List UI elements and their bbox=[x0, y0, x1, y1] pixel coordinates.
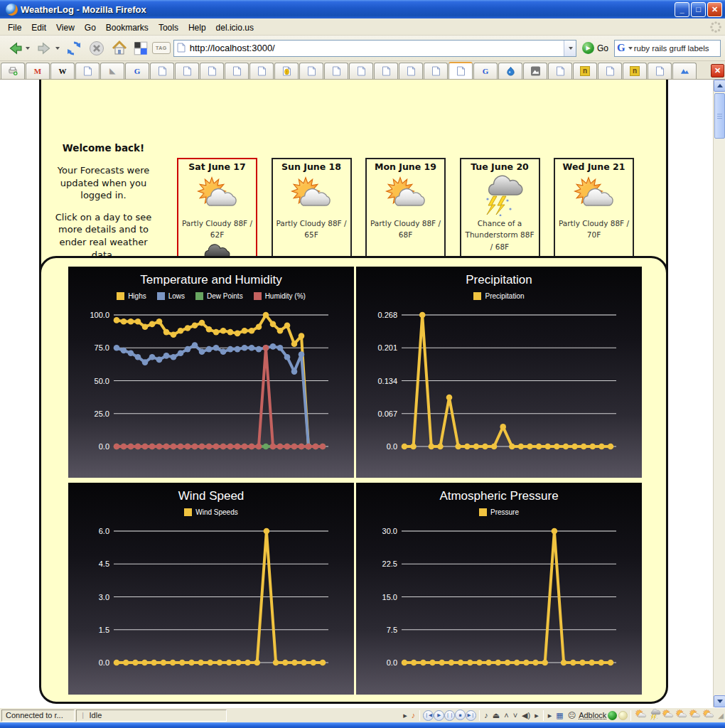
menu-bar: FileEditViewGoBookmarksToolsHelpdel.icio… bbox=[0, 18, 725, 36]
partly-cloudy-icon[interactable] bbox=[634, 713, 648, 722]
expander-icon[interactable]: ▸ bbox=[547, 711, 554, 720]
vertical-scrollbar[interactable] bbox=[713, 80, 725, 707]
url-text[interactable]: http://localhost:3000/ bbox=[186, 43, 564, 53]
firefox-icon bbox=[6, 4, 18, 16]
tab[interactable] bbox=[75, 63, 100, 79]
menu-item-bookmarks[interactable]: Bookmarks bbox=[101, 21, 154, 35]
tab[interactable]: M bbox=[26, 63, 50, 79]
forward-dropdown-icon[interactable] bbox=[55, 47, 60, 50]
partly-cloudy-icon[interactable] bbox=[688, 713, 702, 722]
back-button[interactable] bbox=[4, 38, 31, 59]
tab[interactable] bbox=[523, 63, 547, 79]
tab[interactable]: n bbox=[623, 63, 647, 79]
svg-text:0.067: 0.067 bbox=[377, 410, 397, 418]
expander-icon[interactable]: ▸ bbox=[533, 711, 540, 720]
forward-button[interactable] bbox=[34, 38, 61, 59]
delicious-button[interactable] bbox=[132, 40, 149, 57]
tab[interactable] bbox=[175, 63, 199, 79]
media-next-button[interactable]: ▶❘ bbox=[466, 710, 476, 721]
minimize-button[interactable]: _ bbox=[675, 2, 689, 17]
url-dropdown-button[interactable] bbox=[564, 41, 576, 56]
charts-panel: Temperature and Humidity HighsLowsDew Po… bbox=[39, 256, 668, 704]
close-tab-button[interactable]: ✕ bbox=[711, 64, 724, 77]
music-note-icon[interactable]: ♪ bbox=[410, 711, 417, 719]
menu-item-tools[interactable]: Tools bbox=[154, 21, 183, 35]
scroll-up-button[interactable] bbox=[714, 80, 725, 92]
tab[interactable] bbox=[249, 63, 274, 79]
tab[interactable]: n bbox=[573, 63, 597, 79]
tab[interactable] bbox=[1, 63, 25, 79]
page-viewport: Welcome back! Your Forecasts were update… bbox=[0, 80, 725, 707]
tab[interactable]: G bbox=[125, 63, 149, 79]
tab[interactable] bbox=[349, 63, 373, 79]
reload-button[interactable] bbox=[64, 38, 84, 58]
tab[interactable] bbox=[374, 63, 398, 79]
expander-icon[interactable]: ▸ bbox=[402, 711, 409, 720]
maximize-button[interactable]: □ bbox=[691, 2, 706, 17]
back-dropdown-icon[interactable] bbox=[26, 47, 30, 50]
tab[interactable] bbox=[548, 63, 572, 79]
tab[interactable]: ! bbox=[274, 63, 299, 79]
page-icon bbox=[556, 66, 565, 76]
title-bar: WeatherLog - Mozilla Firefox _ □ ✕ bbox=[0, 0, 725, 18]
menu-item-go[interactable]: Go bbox=[80, 21, 101, 35]
adblock-label[interactable]: Adblock bbox=[579, 711, 606, 719]
moon-phase-icon[interactable] bbox=[618, 711, 628, 720]
sad-face-icon[interactable]: ☹ bbox=[566, 711, 577, 720]
chart-legend: Pressure bbox=[356, 507, 642, 517]
chart-legend: HighsLowsDew PointsHumidity (%) bbox=[68, 291, 354, 301]
status-green-icon[interactable] bbox=[608, 711, 617, 720]
search-input[interactable]: ruby rails gruff labels bbox=[634, 44, 709, 53]
stop-button[interactable] bbox=[87, 38, 107, 58]
partly-cloudy-icon[interactable] bbox=[702, 713, 715, 722]
tab[interactable] bbox=[424, 63, 448, 79]
tab[interactable] bbox=[672, 63, 697, 79]
chevron-up-icon[interactable]: ˄ bbox=[503, 711, 510, 719]
partly-cloudy-icon[interactable] bbox=[661, 713, 675, 722]
svg-text:0.0: 0.0 bbox=[387, 442, 397, 451]
menu-item-edit[interactable]: Edit bbox=[26, 21, 51, 35]
tab[interactable] bbox=[150, 63, 174, 79]
chevron-down-icon[interactable]: ˅ bbox=[512, 711, 519, 719]
forecast-day-title: Mon June 19 bbox=[367, 161, 444, 172]
search-engine-dropdown-icon[interactable] bbox=[628, 47, 633, 50]
tab[interactable] bbox=[399, 63, 423, 79]
tab[interactable] bbox=[598, 63, 622, 79]
playlist-note-icon[interactable]: ♪ bbox=[483, 711, 490, 719]
search-box[interactable]: G ruby rails gruff labels bbox=[614, 40, 721, 57]
menu-item-view[interactable]: View bbox=[51, 21, 80, 35]
tab[interactable] bbox=[299, 63, 323, 79]
volume-icon[interactable]: ◀) bbox=[520, 711, 532, 720]
tab[interactable]: ◣ bbox=[100, 63, 124, 79]
tab-active[interactable] bbox=[449, 62, 473, 79]
partly-cloudy-icon[interactable] bbox=[675, 713, 688, 722]
home-button[interactable] bbox=[109, 38, 129, 58]
menu-item-delicious[interactable]: del.icio.us bbox=[211, 21, 259, 35]
media-prev-button[interactable]: ❘◀ bbox=[423, 710, 434, 721]
menu-item-file[interactable]: File bbox=[3, 21, 26, 35]
page-icon bbox=[456, 66, 466, 76]
url-bar[interactable]: http://localhost:3000/ bbox=[173, 40, 576, 57]
tab[interactable] bbox=[324, 63, 348, 79]
tab[interactable] bbox=[225, 63, 249, 79]
gmail-icon: M bbox=[34, 68, 41, 75]
media-play-button[interactable]: ▶ bbox=[434, 710, 444, 721]
tab[interactable] bbox=[200, 63, 224, 79]
delicious-icon bbox=[134, 41, 148, 55]
tag-button[interactable]: TAG bbox=[152, 42, 171, 54]
scroll-thumb[interactable] bbox=[714, 93, 725, 139]
go-button[interactable]: ▶ Go bbox=[579, 42, 611, 54]
tab[interactable]: G bbox=[473, 63, 498, 79]
tab[interactable] bbox=[648, 63, 672, 79]
eject-icon[interactable]: ⏏ bbox=[491, 711, 501, 720]
menu-item-help[interactable]: Help bbox=[183, 21, 211, 35]
thunderstorm-icon[interactable] bbox=[648, 713, 661, 722]
media-pause-button[interactable]: ❘❘ bbox=[444, 710, 455, 721]
session-window-icon[interactable]: ▦ bbox=[554, 711, 564, 720]
tab[interactable] bbox=[498, 63, 522, 79]
scroll-down-button[interactable] bbox=[714, 695, 725, 707]
media-stop-button[interactable]: ■ bbox=[455, 710, 466, 720]
google-icon: G bbox=[483, 68, 489, 75]
close-button[interactable]: ✕ bbox=[707, 2, 722, 17]
tab[interactable]: W bbox=[50, 63, 75, 79]
